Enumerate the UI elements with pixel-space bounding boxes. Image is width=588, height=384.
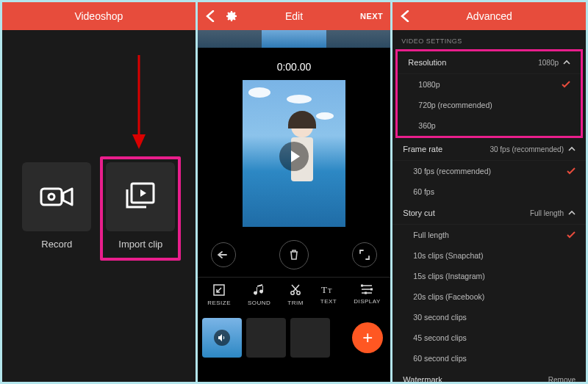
advanced-body: VIDEO SETTINGS Resolution 1080p 1080p 72…: [392, 30, 586, 382]
chevron-up-icon: [568, 145, 576, 153]
option-720p[interactable]: 720p (recommended): [398, 95, 581, 115]
check-icon: [562, 81, 570, 88]
option-30s[interactable]: 30 second clips: [392, 307, 586, 327]
undo-button[interactable]: [211, 242, 236, 267]
check-icon: [567, 167, 576, 175]
preview-area: [198, 80, 391, 233]
app-title: Videoshop: [74, 10, 123, 22]
import-tile-wrap: Import clip: [106, 162, 175, 250]
screen-videoshop: Videoshop Record: [2, 2, 196, 382]
screen-advanced: Advanced VIDEO SETTINGS Resolution 1080p…: [392, 2, 586, 382]
svg-rect-11: [361, 285, 363, 287]
edit-body: 0:00.00 RESIZE: [198, 48, 391, 382]
clip-row: +: [198, 315, 391, 362]
tool-resize[interactable]: RESIZE: [207, 283, 231, 306]
edit-title: Edit: [285, 10, 303, 22]
header: Edit NEXT: [198, 2, 391, 30]
annotation-highlight-resolution: Resolution 1080p 1080p 720p (recommended…: [395, 49, 583, 138]
svg-marker-1: [132, 134, 146, 149]
clip-slot-empty[interactable]: [246, 318, 286, 358]
next-button[interactable]: NEXT: [360, 12, 383, 21]
record-tile-wrap: Record: [22, 162, 91, 250]
fullscreen-button[interactable]: [352, 242, 377, 267]
option-20s[interactable]: 20s clips (Facebook): [392, 286, 586, 307]
tool-trim[interactable]: TRIM: [287, 283, 304, 306]
body: Record Import clip: [2, 30, 196, 382]
tool-display[interactable]: DISPLAY: [354, 283, 381, 306]
advanced-title: Advanced: [467, 10, 512, 22]
record-label: Record: [41, 239, 72, 250]
header: Videoshop: [2, 2, 196, 30]
tool-sound[interactable]: SOUND: [248, 283, 270, 306]
section-video-settings: VIDEO SETTINGS: [392, 30, 586, 49]
option-360p[interactable]: 360p: [398, 115, 581, 136]
svg-rect-2: [41, 189, 62, 205]
clip-thumb-1[interactable]: [202, 318, 242, 358]
import-clip-icon: [124, 182, 157, 211]
option-15s[interactable]: 15s clips (Instagram): [392, 266, 586, 286]
setting-resolution[interactable]: Resolution 1080p: [398, 51, 581, 74]
import-clip-button[interactable]: [106, 162, 175, 231]
back-icon[interactable]: [205, 10, 215, 22]
gear-icon[interactable]: [226, 10, 237, 22]
svg-marker-5: [140, 189, 146, 197]
svg-point-3: [49, 194, 54, 200]
svg-text:T: T: [328, 287, 332, 294]
svg-text:T: T: [321, 284, 327, 295]
header: Advanced: [392, 2, 586, 30]
option-30fps[interactable]: 30 fps (recommended): [392, 161, 586, 181]
control-row: [198, 233, 391, 277]
option-60s[interactable]: 60 second clips: [392, 348, 586, 369]
timecode: 0:00.00: [198, 48, 391, 80]
svg-rect-12: [370, 289, 373, 291]
check-icon: [567, 231, 576, 239]
camera-icon: [40, 184, 74, 209]
tool-text[interactable]: TT TEXT: [320, 283, 337, 306]
delete-button[interactable]: [279, 240, 309, 269]
clip-slot-empty[interactable]: [290, 318, 330, 358]
toolbar: RESIZE SOUND TRIM TT TEXT DISPLAY: [198, 277, 391, 315]
svg-rect-13: [365, 292, 367, 294]
timeline-strip-top[interactable]: [198, 30, 391, 48]
play-button[interactable]: [279, 142, 309, 171]
record-button[interactable]: [22, 162, 91, 231]
back-icon[interactable]: [400, 10, 410, 22]
option-10s[interactable]: 10s clips (Snapchat): [392, 245, 586, 266]
import-label: Import clip: [118, 239, 162, 250]
option-1080p[interactable]: 1080p: [398, 74, 581, 95]
option-60fps[interactable]: 60 fps: [392, 181, 586, 202]
add-clip-button[interactable]: +: [352, 322, 383, 353]
chevron-up-icon: [568, 209, 576, 217]
annotation-arrow: [131, 55, 147, 151]
setting-watermark[interactable]: Watermark Remove: [392, 369, 586, 382]
mute-icon: [214, 330, 230, 346]
screen-edit: Edit NEXT 0:00.00: [198, 2, 391, 382]
option-fulllength[interactable]: Full length: [392, 225, 586, 245]
option-45s[interactable]: 45 second clips: [392, 327, 586, 348]
setting-storycut[interactable]: Story cut Full length: [392, 202, 586, 225]
setting-framerate[interactable]: Frame rate 30 fps (recommended): [392, 138, 586, 161]
chevron-up-icon: [563, 59, 570, 66]
